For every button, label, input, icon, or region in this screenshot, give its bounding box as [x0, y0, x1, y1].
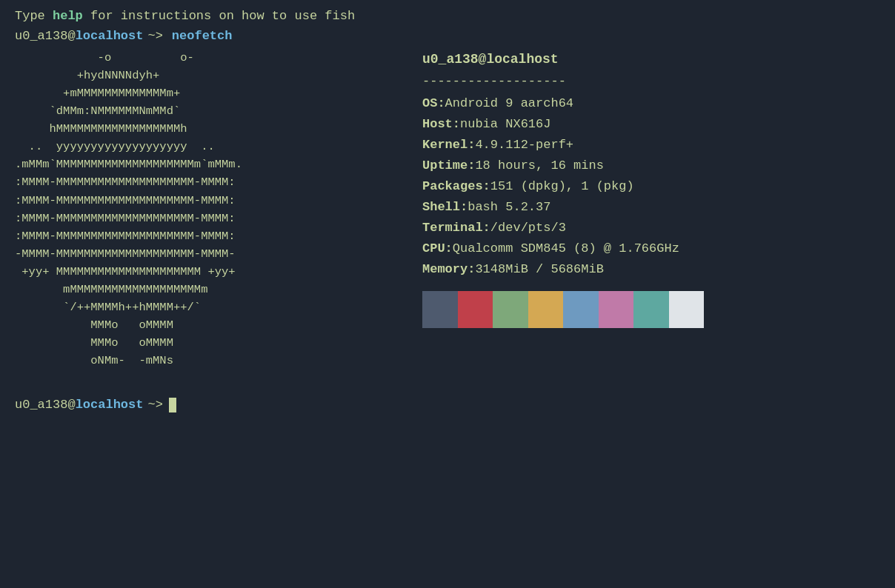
color-swatch-color3: [528, 291, 564, 328]
prompt-arrow-2: ~>: [147, 398, 162, 412]
color-swatches: [422, 291, 704, 328]
at-sign-1: @: [67, 29, 75, 43]
os-label: OS:: [422, 93, 445, 114]
info-kernel: Kernel: 4.9.112-perf+: [422, 135, 704, 156]
color-swatch-color1: [458, 291, 493, 328]
at-sign-2: @: [67, 398, 75, 412]
uptime-value: 18 hours, 16 mins: [475, 156, 603, 176]
command-neofetch: neofetch: [172, 26, 233, 46]
info-host: Host: nubia NX616J: [422, 114, 704, 135]
terminal-value: /dev/pts/3: [490, 218, 566, 238]
info-packages: Packages: 151 (dpkg), 1 (pkg): [422, 176, 704, 197]
cpu-value: Qualcomm SDM845 (8) @ 1.766GHz: [453, 238, 679, 259]
color-swatch-color6: [633, 291, 669, 328]
shell-value: bash 5.2.37: [468, 197, 550, 218]
uptime-label: Uptime:: [422, 156, 475, 176]
prompt-line-1: u0_a138@localhost ~> neofetch: [15, 26, 880, 46]
color-swatch-color2: [493, 291, 528, 328]
help-keyword: help: [53, 9, 83, 23]
username-1: u0_a138: [15, 29, 67, 43]
packages-value: 151 (dpkg), 1 (pkg): [490, 176, 634, 197]
info-panel: u0_a138@localhost ------------------- OS…: [422, 49, 704, 387]
color-swatch-color0: [422, 291, 458, 328]
info-os: OS: Android 9 aarch64: [422, 93, 704, 114]
user-host-1: u0_a138@localhost: [15, 26, 143, 46]
color-swatch-color7: [669, 291, 705, 328]
help-line: Type help for instructions on how to use…: [15, 6, 880, 26]
memory-label: Memory:: [422, 259, 475, 280]
memory-value: 3148MiB / 5686MiB: [475, 259, 603, 280]
neofetch-output: -o o- +hydNNNNdyh+ +mMMMMMMMMMMMMMm+ `dM…: [15, 49, 880, 387]
terminal-window: Type help for instructions on how to use…: [0, 0, 895, 588]
os-value: Android 9 aarch64: [445, 93, 573, 114]
info-memory: Memory: 3148MiB / 5686MiB: [422, 259, 704, 280]
prompt-arrow-1: ~>: [147, 26, 162, 46]
ascii-art: -o o- +hydNNNNdyh+ +mMMMMMMMMMMMMMm+ `dM…: [15, 49, 400, 387]
info-terminal: Terminal: /dev/pts/3: [422, 218, 704, 238]
color-swatch-color5: [599, 291, 634, 328]
hostname-1: localhost: [76, 29, 144, 43]
packages-label: Packages:: [422, 176, 490, 197]
info-user-host: u0_a138@localhost: [422, 49, 704, 71]
terminal-label: Terminal:: [422, 218, 490, 238]
user-host-2: u0_a138@localhost: [15, 398, 143, 412]
info-uptime: Uptime: 18 hours, 16 mins: [422, 156, 704, 176]
host-value: nubia NX616J: [460, 114, 550, 135]
info-divider: -------------------: [422, 71, 704, 92]
cursor: [169, 398, 176, 412]
username-2: u0_a138: [15, 398, 67, 412]
kernel-label: Kernel:: [422, 135, 475, 156]
shell-label: Shell:: [422, 197, 468, 218]
hostname-2: localhost: [76, 398, 144, 412]
bottom-prompt: u0_a138@localhost ~>: [15, 398, 880, 412]
color-swatch-color4: [563, 291, 599, 328]
info-cpu: CPU: Qualcomm SDM845 (8) @ 1.766GHz: [422, 238, 704, 259]
kernel-value: 4.9.112-perf+: [475, 135, 573, 156]
cpu-label: CPU:: [422, 238, 453, 259]
info-shell: Shell: bash 5.2.37: [422, 197, 704, 218]
host-label: Host:: [422, 114, 460, 135]
